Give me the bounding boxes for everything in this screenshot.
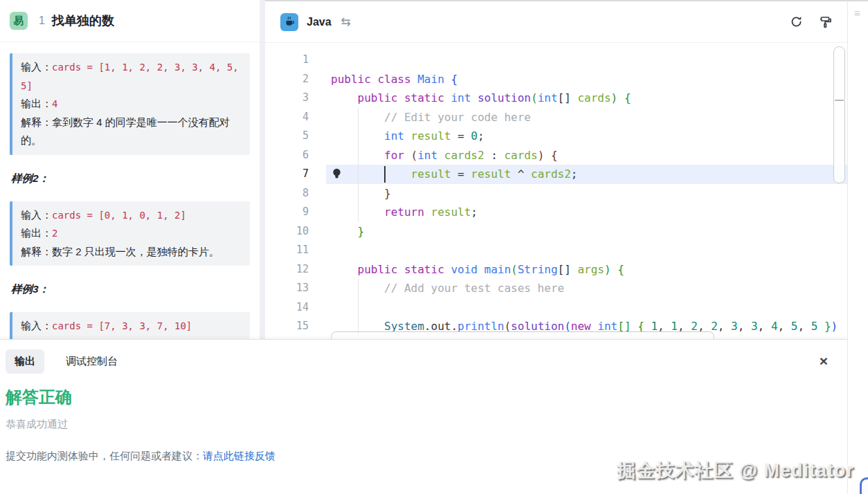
code-line-5[interactable]: 5 int result = 0;: [265, 127, 847, 146]
code-token-kw: public static: [358, 263, 451, 276]
console-tab-1[interactable]: 调试控制台: [57, 349, 127, 374]
code-token-pl: [331, 149, 384, 162]
reset-code-icon[interactable]: [790, 15, 803, 28]
line-number: 3: [265, 89, 309, 108]
example-box: 输入：cards = [7, 3, 3, 7, 10]: [10, 312, 250, 339]
code-token-pl: [331, 282, 384, 295]
scrollbar-cursor-mark: [835, 100, 844, 101]
example-label: 输入：: [21, 320, 52, 331]
console-tab-0[interactable]: 输出: [6, 349, 44, 374]
sample-heading: 样例2：: [11, 172, 250, 186]
editor-header: Java ⇆: [265, 1, 847, 43]
code-line-8[interactable]: 8 }: [265, 184, 847, 203]
code-line-13[interactable]: 13 // Add your test cases here: [265, 279, 847, 298]
code-token-ty: int: [417, 149, 444, 162]
line-number: 10: [265, 222, 309, 241]
example-value: 数字 2 只出现一次，是独特的卡片。: [52, 246, 219, 257]
panel-divider[interactable]: [260, 0, 265, 339]
code-line-3[interactable]: 3 public static int solution(int[] cards…: [265, 89, 847, 108]
code-token-br3: ): [538, 149, 545, 162]
code-text: return result;: [331, 203, 478, 222]
difficulty-badge: 易: [10, 12, 28, 30]
code-line-14[interactable]: 14: [265, 298, 847, 318]
code-token-pl: =: [451, 129, 471, 143]
code-token-pl: [544, 149, 551, 162]
code-token-pl: =: [451, 167, 471, 181]
line-number: 12: [265, 260, 309, 280]
example-label: 解释：: [21, 246, 52, 257]
code-line-9[interactable]: 9 return result;: [265, 203, 847, 222]
close-console-icon[interactable]: ×: [820, 354, 828, 368]
code-token-pl: [331, 111, 384, 124]
code-line-12[interactable]: 12 public static void main(String[] args…: [265, 260, 847, 280]
format-code-icon[interactable]: [818, 15, 832, 29]
code-token-pl: []: [558, 91, 578, 104]
code-token-pl: ,: [758, 320, 771, 333]
example-box: 输入：cards = [1, 1, 2, 2, 3, 3, 4, 5, 5]输出…: [10, 53, 250, 155]
code-text: public static int solution(int[] cards) …: [331, 89, 631, 108]
code-text: for (int cards2 : cards) {: [331, 146, 558, 165]
code-line-2[interactable]: 2public class Main {: [265, 70, 847, 89]
output-console: 输出调试控制台 × 解答正确 恭喜成功通过 提交功能内测体验中，任何问题或者建议…: [0, 339, 847, 494]
code-token-pl: ;: [478, 129, 485, 143]
example-line: 输入：cards = [1, 1, 2, 2, 3, 3, 4, 5, 5]: [21, 58, 242, 95]
example-label: 输入：: [21, 209, 52, 221]
example-line: 输入：cards = [7, 3, 3, 7, 10]: [21, 317, 242, 336]
code-token-pl: [331, 187, 384, 200]
editor-vertical-scrollbar[interactable]: [833, 46, 845, 183]
code-token-var: cards2: [444, 149, 485, 162]
swap-language-icon[interactable]: ⇆: [341, 15, 351, 29]
code-line-1[interactable]: 1: [265, 51, 847, 70]
feedback-link[interactable]: 请点此链接反馈: [203, 450, 275, 461]
code-token-pl: [331, 167, 411, 181]
problem-description: 输入：cards = [1, 1, 2, 2, 3, 3, 4, 5, 5]输出…: [0, 42, 260, 339]
code-token-pl: [331, 205, 384, 219]
code-token-kw: for: [384, 149, 411, 162]
problem-title: 找单独的数: [52, 12, 114, 29]
code-token-br2: }: [358, 225, 365, 238]
code-token-pl: ,: [797, 320, 811, 333]
line-number: 2: [265, 70, 309, 89]
code-token-pl: [331, 91, 358, 104]
feedback-row: 提交功能内测体验中，任何问题或者建议：请点此链接反馈: [6, 450, 847, 463]
right-strip: ≡: [847, 0, 868, 494]
code-token-pl: ,: [778, 320, 791, 333]
code-token-br1: ): [831, 320, 838, 333]
code-token-var: result: [411, 129, 451, 143]
corner-widget[interactable]: [860, 477, 868, 494]
example-value: cards = [1, 1, 2, 2, 3, 3, 4, 5, 5]: [21, 62, 239, 91]
collapsed-panel-icon[interactable]: ≡: [854, 7, 860, 19]
code-token-cm: // Add your test cases here: [384, 282, 564, 295]
code-token-br2: (: [511, 263, 518, 276]
lightbulb-icon[interactable]: [332, 168, 342, 183]
code-token-br2: (: [531, 91, 538, 104]
result-subtitle: 恭喜成功通过: [6, 418, 847, 431]
code-editor[interactable]: 12public class Main {3 public static int…: [265, 43, 847, 339]
example-value: 2: [52, 228, 57, 239]
code-text: // Edit your code here: [331, 108, 531, 127]
java-language-icon[interactable]: [280, 13, 298, 31]
code-line-6[interactable]: 6 for (int cards2 : cards) {: [265, 146, 847, 165]
code-line-11[interactable]: 11: [265, 241, 847, 260]
line-number: 9: [265, 203, 309, 222]
example-value: 拿到数字 4 的同学是唯一一个没有配对的。: [21, 116, 230, 147]
code-line-7[interactable]: 7 result = result ^ cards2;: [265, 165, 847, 184]
code-token-ty: int: [538, 91, 558, 104]
editor-horizontal-scrollbar[interactable]: [331, 331, 714, 339]
example-line: 输出：4: [21, 95, 242, 113]
code-token-br3: }: [384, 187, 391, 200]
example-line: 解释：拿到数字 4 的同学是唯一一个没有配对的。: [21, 113, 242, 150]
code-line-4[interactable]: 4 // Edit your code here: [265, 108, 847, 127]
code-token-pl: ,: [718, 320, 731, 333]
code-token-num: 0: [471, 129, 478, 143]
code-text: int result = 0;: [331, 127, 485, 146]
problem-index: 1: [39, 15, 45, 27]
example-value: cards = [0, 1, 0, 1, 2]: [52, 210, 186, 221]
code-line-10[interactable]: 10 }: [265, 222, 847, 241]
line-number: 5: [265, 127, 309, 146]
code-token-pl: ;: [471, 205, 478, 219]
code-token-pl: [611, 263, 618, 276]
feedback-text: 提交功能内测体验中，任何问题或者建议：: [6, 450, 203, 461]
example-label: 输入：: [21, 61, 52, 73]
console-tabs: 输出调试控制台: [6, 349, 847, 374]
